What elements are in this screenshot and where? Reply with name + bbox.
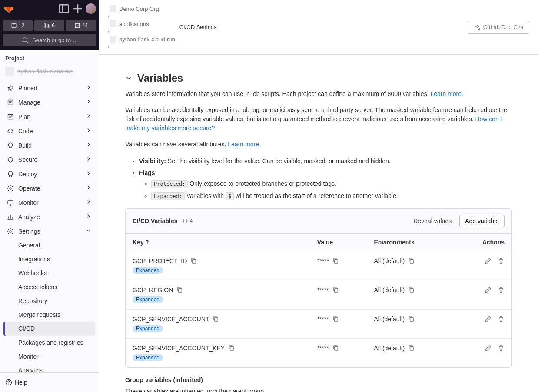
todos-count: 44 xyxy=(82,23,88,29)
edit-icon[interactable] xyxy=(485,257,492,264)
nav-item-plan[interactable]: Plan xyxy=(3,109,95,124)
nav-item-secure[interactable]: Secure xyxy=(3,152,95,167)
toggle-sidebar-icon[interactable] xyxy=(58,3,70,15)
variable-env: All (default) xyxy=(374,316,405,323)
copy-icon[interactable] xyxy=(332,257,339,264)
copy-icon[interactable] xyxy=(408,316,415,322)
nav-item-deploy[interactable]: Deploy xyxy=(3,167,95,181)
nav-item-settings[interactable]: Settings xyxy=(3,224,95,238)
nav-label: Operate xyxy=(18,185,40,192)
variables-title: Variables xyxy=(137,72,183,84)
nav-item-build[interactable]: Build xyxy=(3,138,95,152)
copy-icon[interactable] xyxy=(408,287,415,293)
todo-icon xyxy=(74,23,80,29)
copy-icon[interactable] xyxy=(332,316,339,322)
col-value[interactable]: Value xyxy=(310,234,367,251)
breadcrumb-current: CI/CD Settings xyxy=(179,24,217,30)
learn-more-link[interactable]: Learn more. xyxy=(430,90,463,97)
breadcrumb-item[interactable]: python-flask-cloud-run xyxy=(108,35,177,43)
copy-icon[interactable] xyxy=(213,316,219,322)
issues-pill[interactable]: 12 xyxy=(3,20,33,31)
copy-icon[interactable] xyxy=(332,345,339,351)
delete-icon[interactable] xyxy=(498,287,505,293)
col-actions: Actions xyxy=(454,234,511,251)
nav-sub-webhooks[interactable]: Webhooks xyxy=(3,266,95,280)
duo-label: GitLab Duo Cha xyxy=(483,24,524,30)
issues-count: 12 xyxy=(19,23,24,29)
variable-value: ***** xyxy=(317,287,329,293)
help-icon xyxy=(5,379,12,386)
breadcrumb-item[interactable]: Demo Corp Org xyxy=(108,4,177,13)
sidebar-footer: Help xyxy=(0,372,99,392)
help-link[interactable]: Help xyxy=(3,376,95,389)
nav-sub-merge-requests[interactable]: Merge requests xyxy=(3,308,95,322)
nav-item-code[interactable]: Code xyxy=(3,124,95,138)
variable-count: 4 xyxy=(182,218,193,224)
chevron-icon xyxy=(86,127,92,135)
nav-sub-repository[interactable]: Repository xyxy=(3,294,95,308)
todos-pill[interactable]: 44 xyxy=(66,20,96,31)
copy-icon[interactable] xyxy=(176,287,183,293)
help-label: Help xyxy=(15,379,27,386)
project-name-row[interactable]: python-flask-cloud-run xyxy=(0,65,99,79)
variable-row: GCP_PROJECT_ID Expanded ***** All (defau… xyxy=(126,251,511,280)
add-variable-button[interactable]: Add variable xyxy=(459,215,505,227)
nav-sub-general[interactable]: General xyxy=(3,238,95,252)
nav-sub-ci-cd[interactable]: CI/CD xyxy=(3,322,95,336)
nav-item-analyze[interactable]: Analyze xyxy=(3,210,95,224)
gitlab-logo[interactable] xyxy=(3,3,15,15)
delete-icon[interactable] xyxy=(498,316,505,323)
user-avatar[interactable] xyxy=(86,3,96,14)
code-icon xyxy=(182,218,188,224)
deploy-icon xyxy=(7,171,14,178)
copy-icon[interactable] xyxy=(408,257,415,264)
breadcrumb-icon xyxy=(110,20,116,27)
copy-icon[interactable] xyxy=(408,345,415,351)
delete-icon[interactable] xyxy=(498,257,505,264)
attrs-learn-more-link[interactable]: Learn more. xyxy=(228,141,260,148)
copy-icon[interactable] xyxy=(190,257,197,264)
breadcrumb-label: Demo Corp Org xyxy=(119,6,159,12)
chevron-down-icon[interactable] xyxy=(125,75,132,82)
nav-sub-packages-and-registries[interactable]: Packages and registries xyxy=(3,336,95,349)
mr-count: 6 xyxy=(52,23,55,29)
nav-sub-integrations[interactable]: Integrations xyxy=(3,252,95,266)
nav-label: Analyze xyxy=(18,214,40,221)
variables-card-title: CI/CD Variables xyxy=(133,217,178,224)
nav-sub-monitor[interactable]: Monitor xyxy=(3,349,95,363)
chevron-icon xyxy=(86,170,92,178)
col-env[interactable]: Environments xyxy=(367,234,454,251)
variables-card-header: CI/CD Variables 4 Reveal values Add vari… xyxy=(126,209,511,234)
chevron-icon xyxy=(86,184,92,192)
merge-requests-pill[interactable]: 6 xyxy=(34,20,64,31)
build-icon xyxy=(7,142,14,149)
chevron-icon xyxy=(86,199,92,206)
copy-icon[interactable] xyxy=(228,345,235,351)
breadcrumb-icon xyxy=(110,5,116,12)
variables-masked-para: Variables can be accidentally exposed in… xyxy=(125,105,512,133)
duo-chat-button[interactable]: GitLab Duo Cha xyxy=(468,21,529,34)
copy-icon[interactable] xyxy=(332,287,339,293)
edit-icon[interactable] xyxy=(485,345,492,352)
group-vars-desc: These variables are inherited from the p… xyxy=(125,387,512,392)
edit-icon[interactable] xyxy=(485,287,492,293)
chevron-icon xyxy=(86,156,92,163)
edit-icon[interactable] xyxy=(485,316,492,323)
variable-key: GCP_SERVICE_ACCOUNT_KEY xyxy=(133,345,225,352)
create-new-icon[interactable] xyxy=(72,3,84,15)
delete-icon[interactable] xyxy=(498,345,505,352)
col-key[interactable]: Key xyxy=(126,234,310,251)
variables-table: Key Value Environments Actions GCP_PROJE… xyxy=(126,234,511,367)
nav-item-operate[interactable]: Operate xyxy=(3,181,95,195)
reveal-values-button[interactable]: Reveal values xyxy=(410,216,455,226)
breadcrumb-item[interactable]: applications xyxy=(108,20,177,28)
nav-item-manage[interactable]: Manage xyxy=(3,95,95,109)
nav-item-monitor[interactable]: Monitor xyxy=(3,195,95,210)
expanded-flag: Expanded: Variables with $ will be treat… xyxy=(151,191,512,201)
search-icon xyxy=(22,37,29,43)
secure-icon xyxy=(7,156,14,163)
nav-item-pinned[interactable]: Pinned xyxy=(3,81,95,95)
search-input[interactable]: Search or go to… xyxy=(3,34,96,46)
nav-sub-access-tokens[interactable]: Access tokens xyxy=(3,280,95,294)
nav-sub-analytics[interactable]: Analytics xyxy=(3,363,95,372)
